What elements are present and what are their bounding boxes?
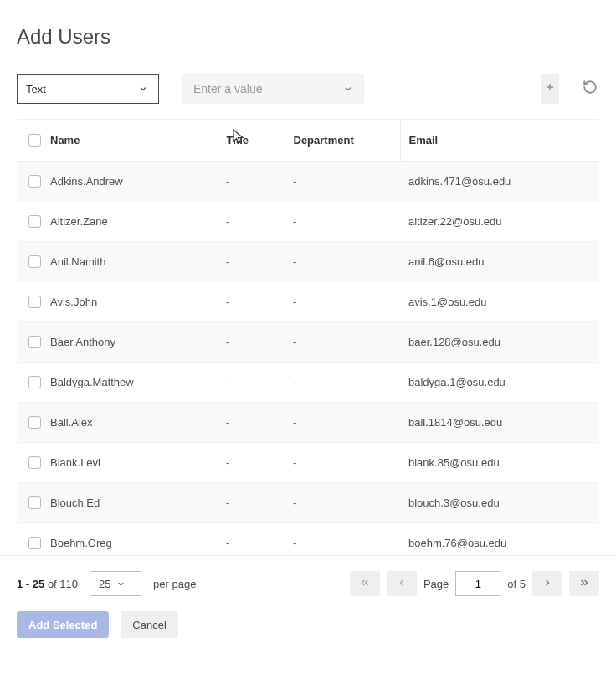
table-row[interactable]: Altizer.Zane--altizer.22@osu.edu xyxy=(17,202,599,242)
table-row[interactable]: Blank.Levi--blank.85@osu.edu xyxy=(17,443,599,483)
users-table-wrap: Name Title Department Email Adkins.Andre… xyxy=(17,119,599,555)
chevron-down-icon xyxy=(136,82,150,95)
cell-name: Altizer.Zane xyxy=(42,202,218,242)
cell-name: Blouch.Ed xyxy=(42,483,218,523)
cell-email: blank.85@osu.edu xyxy=(400,443,599,483)
cell-department: - xyxy=(285,403,400,443)
table-header-row: Name Title Department Email xyxy=(17,120,599,162)
row-checkbox[interactable] xyxy=(28,215,41,228)
cell-department: - xyxy=(285,322,400,363)
page-size-select[interactable]: 25 xyxy=(90,571,141,596)
row-checkbox[interactable] xyxy=(28,416,41,429)
cell-title: - xyxy=(218,162,285,202)
cell-email: ball.1814@osu.edu xyxy=(400,403,599,443)
table-row[interactable]: Ball.Alex--ball.1814@osu.edu xyxy=(17,403,599,443)
cancel-button[interactable]: Cancel xyxy=(121,611,177,638)
row-checkbox[interactable] xyxy=(28,336,41,348)
table-row[interactable]: Baldyga.Matthew--baldyga.1@osu.edu xyxy=(17,363,599,403)
cell-department: - xyxy=(285,443,400,483)
filter-bar: Text xyxy=(0,74,616,119)
filter-value-wrap xyxy=(182,74,364,104)
first-page-button[interactable] xyxy=(350,571,380,596)
total-pages-text: 5 xyxy=(520,578,526,590)
cell-name: Anil.Namith xyxy=(42,242,218,282)
table-scroll[interactable]: Name Title Department Email Adkins.Andre… xyxy=(17,120,599,555)
cell-name: Baldyga.Matthew xyxy=(42,363,218,403)
cell-title: - xyxy=(218,363,285,403)
column-header-name[interactable]: Name xyxy=(42,120,218,162)
of-text: of xyxy=(48,578,57,590)
page-number-input[interactable] xyxy=(455,571,501,596)
table-row[interactable]: Baer.Anthony--baer.128@osu.edu xyxy=(17,322,599,363)
page-label: Page xyxy=(424,578,449,590)
table-row[interactable]: Boehm.Greg--boehm.76@osu.edu xyxy=(17,523,599,556)
cell-department: - xyxy=(285,202,400,242)
row-checkbox[interactable] xyxy=(28,376,41,388)
total-text: 110 xyxy=(59,578,78,590)
cell-email: avis.1@osu.edu xyxy=(400,282,599,322)
per-page-label: per page xyxy=(153,578,196,590)
table-row[interactable]: Avis.John--avis.1@osu.edu xyxy=(17,282,599,322)
table-row[interactable]: Anil.Namith--anil.6@osu.edu xyxy=(17,242,599,282)
users-table: Name Title Department Email Adkins.Andre… xyxy=(17,120,599,555)
reset-button[interactable] xyxy=(581,74,599,104)
cell-title: - xyxy=(218,202,285,242)
cell-email: adkins.471@osu.edu xyxy=(400,162,599,202)
column-header-title[interactable]: Title xyxy=(218,120,285,162)
filter-field-label: Text xyxy=(26,83,136,95)
select-all-checkbox[interactable] xyxy=(28,134,41,147)
chevron-left-icon xyxy=(397,577,407,590)
cell-department: - xyxy=(285,162,400,202)
cell-department: - xyxy=(285,523,400,556)
filter-field-select[interactable]: Text xyxy=(17,74,159,104)
result-range: 1 - 25 of 110 xyxy=(17,578,78,590)
plus-icon xyxy=(544,81,556,96)
cell-department: - xyxy=(285,242,400,282)
cell-title: - xyxy=(218,523,285,556)
chevron-double-right-icon xyxy=(578,577,590,591)
cell-title: - xyxy=(218,242,285,282)
column-header-email[interactable]: Email xyxy=(400,120,599,162)
cell-email: altizer.22@osu.edu xyxy=(400,202,599,242)
cell-name: Avis.John xyxy=(42,282,218,322)
refresh-icon xyxy=(583,80,598,98)
range-text: 1 - 25 xyxy=(17,578,44,590)
chevron-double-left-icon xyxy=(359,577,371,591)
cell-department: - xyxy=(285,483,400,523)
of-pages: of 5 xyxy=(507,578,526,590)
cell-email: baldyga.1@osu.edu xyxy=(400,363,599,403)
cell-email: anil.6@osu.edu xyxy=(400,242,599,282)
action-row: Add Selected Cancel xyxy=(0,603,616,655)
last-page-button[interactable] xyxy=(569,571,599,596)
row-checkbox[interactable] xyxy=(28,456,41,469)
chevron-down-icon xyxy=(115,577,128,590)
pagination-bar: 1 - 25 of 110 25 per page Page of 5 xyxy=(0,555,616,603)
cell-email: blouch.3@osu.edu xyxy=(400,483,599,523)
cell-department: - xyxy=(285,282,400,322)
row-checkbox[interactable] xyxy=(28,537,41,549)
next-page-button[interactable] xyxy=(532,571,562,596)
row-checkbox[interactable] xyxy=(28,296,41,308)
pagination-controls: Page of 5 xyxy=(350,571,599,596)
table-row[interactable]: Blouch.Ed--blouch.3@osu.edu xyxy=(17,483,599,523)
cell-title: - xyxy=(218,483,285,523)
table-row[interactable]: Adkins.Andrew--adkins.471@osu.edu xyxy=(17,162,599,202)
add-selected-button[interactable]: Add Selected xyxy=(17,611,109,638)
row-checkbox[interactable] xyxy=(28,496,41,509)
chevron-right-icon xyxy=(542,577,552,590)
chevron-down-icon[interactable] xyxy=(341,82,355,95)
row-checkbox[interactable] xyxy=(28,175,41,188)
filter-value-input[interactable] xyxy=(192,81,341,96)
add-filter-button[interactable] xyxy=(541,74,559,104)
cell-title: - xyxy=(218,322,285,363)
row-checkbox[interactable] xyxy=(28,255,41,268)
cell-title: - xyxy=(218,443,285,483)
cell-name: Blank.Levi xyxy=(42,443,218,483)
cell-title: - xyxy=(218,403,285,443)
cell-email: baer.128@osu.edu xyxy=(400,322,599,363)
column-header-department[interactable]: Department xyxy=(285,120,400,162)
prev-page-button[interactable] xyxy=(387,571,417,596)
of-text-2: of xyxy=(507,578,516,590)
cell-name: Boehm.Greg xyxy=(42,523,218,556)
cell-title: - xyxy=(218,282,285,322)
